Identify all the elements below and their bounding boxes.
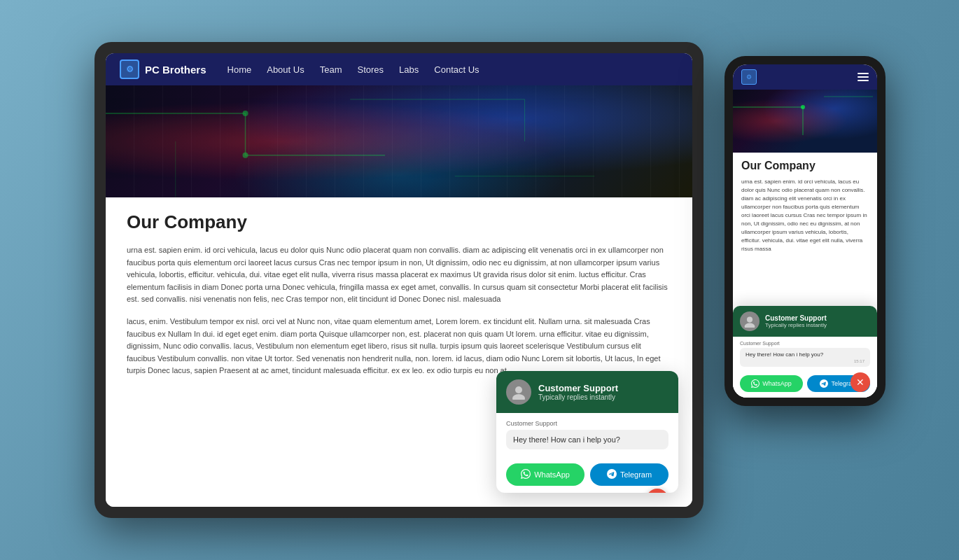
- scene: ⚙ PC Brothers Home About Us Team Stores …: [59, 28, 899, 532]
- nav-link-home[interactable]: Home: [227, 64, 252, 75]
- hamburger-line-3: [858, 80, 869, 81]
- chat-header-info-tablet: Customer Support Typically replies insta…: [538, 383, 618, 401]
- phone-hero: [733, 90, 877, 153]
- hamburger-line-2: [858, 76, 869, 78]
- svg-point-17: [745, 323, 755, 328]
- nav-links: Home About Us Team Stores Labs Contact U…: [227, 63, 479, 76]
- tablet-screen: ⚙ PC Brothers Home About Us Team Stores …: [106, 53, 692, 507]
- nav-link-about[interactable]: About Us: [267, 64, 304, 75]
- message-text-tablet: Hey there! How can i help you?: [506, 430, 668, 449]
- content-paragraph-1: urna est. sapien enim. id orci vehicula,…: [127, 244, 671, 306]
- chat-title-tablet: Customer Support: [538, 383, 618, 393]
- nav-link-labs[interactable]: Labs: [399, 64, 419, 75]
- svg-point-14: [801, 105, 805, 109]
- phone-chat-header: Customer Support Typically replies insta…: [733, 306, 877, 337]
- telegram-icon-tablet: [607, 469, 617, 480]
- hamburger-menu[interactable]: [858, 73, 869, 81]
- phone-bubble-sender: Customer Support: [740, 341, 870, 346]
- website-nav: ⚙ PC Brothers Home About Us Team Stores …: [106, 53, 692, 85]
- phone-chat-subtitle: Typically replies instantly: [765, 322, 827, 328]
- nav-link-contact[interactable]: Contact Us: [434, 64, 479, 75]
- chat-subtitle-tablet: Typically replies instantly: [538, 393, 618, 401]
- phone-content: Our Company urna est. sapien enim. id or…: [733, 153, 877, 398]
- phone-screen: ⚙ Our Company urna est. sap: [733, 64, 877, 398]
- nav-logo: ⚙ PC Brothers: [120, 59, 206, 79]
- whatsapp-button-tablet[interactable]: WhatsApp: [506, 463, 584, 486]
- telegram-label-tablet: Telegram: [620, 470, 652, 479]
- chat-message-tablet: Customer Support Hey there! How can i he…: [496, 413, 678, 456]
- message-sender-label-tablet: Customer Support: [506, 420, 668, 427]
- svg-point-4: [243, 111, 248, 116]
- phone-message-text: Hey there! How can i help you?: [746, 351, 823, 358]
- phone-chat-title: Customer Support: [765, 314, 827, 322]
- whatsapp-icon-tablet: [521, 469, 531, 480]
- svg-point-5: [243, 153, 248, 158]
- whatsapp-label-tablet: WhatsApp: [534, 470, 570, 479]
- chat-widget-tablet: Customer Support Typically replies insta…: [496, 371, 678, 493]
- svg-rect-0: [106, 85, 692, 197]
- svg-point-11: [512, 394, 525, 400]
- nav-brand-name: PC Brothers: [145, 64, 206, 76]
- phone-bubble-text: Hey there! How can i help you? 15:17: [740, 348, 870, 367]
- nav-link-team[interactable]: Team: [320, 64, 342, 75]
- phone-close-button[interactable]: ✕: [850, 372, 870, 392]
- phone-logo: ⚙: [741, 69, 757, 85]
- nav-link-stores[interactable]: Stores: [358, 64, 384, 75]
- svg-point-16: [747, 316, 752, 322]
- telegram-button-tablet[interactable]: Telegram: [590, 463, 668, 486]
- phone-chat-bubble: Customer Support Hey there! How can i he…: [733, 337, 877, 371]
- svg-point-10: [515, 386, 522, 393]
- phone-nav: ⚙: [733, 64, 877, 90]
- hamburger-line-1: [858, 73, 869, 74]
- company-title: Our Company: [127, 211, 671, 233]
- logo-icon: ⚙: [120, 59, 139, 79]
- phone-company-title: Our Company: [741, 160, 869, 172]
- phone-whatsapp-label: WhatsApp: [762, 380, 792, 387]
- phone-content-text: urna est. sapien enim. id orci vehicula,…: [741, 178, 869, 253]
- phone-whatsapp-button[interactable]: WhatsApp: [740, 375, 803, 392]
- chat-header-tablet: Customer Support Typically replies insta…: [496, 371, 678, 413]
- phone-device: ⚙ Our Company urna est. sap: [724, 56, 886, 406]
- tablet-device: ⚙ PC Brothers Home About Us Team Stores …: [94, 42, 704, 518]
- chat-buttons-tablet: WhatsApp Telegram: [496, 456, 678, 493]
- content-paragraph-2: lacus, enim. Vestibulum tempor ex nisl. …: [127, 316, 671, 377]
- phone-chat-avatar: [740, 312, 760, 331]
- phone-chat-widget: Customer Support Typically replies insta…: [733, 306, 877, 398]
- website-content: Our Company urna est. sapien enim. id or…: [106, 197, 692, 507]
- hero-image: [106, 85, 692, 197]
- chat-avatar-tablet: [506, 379, 531, 405]
- phone-chat-info: Customer Support Typically replies insta…: [765, 314, 827, 328]
- phone-bubble-time: 15:17: [746, 359, 864, 363]
